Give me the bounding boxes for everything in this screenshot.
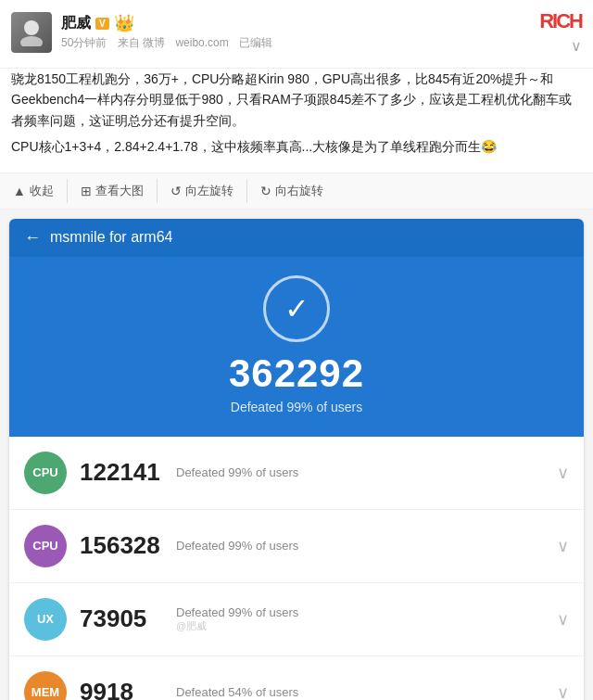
- svg-point-0: [24, 20, 39, 35]
- ux-desc: Defeated 99% of users: [176, 605, 557, 619]
- post-text-2: CPU核心1+3+4，2.84+2.4+1.78，这中核频率真高...大核像是为…: [11, 136, 582, 157]
- cpu1-score: 122141: [80, 458, 163, 487]
- rotate-right-icon: ↻: [260, 184, 271, 198]
- collapse-icon: ▲: [13, 184, 26, 198]
- rotate-right-button[interactable]: ↻ 向右旋转: [247, 179, 336, 203]
- ux-score: 73905: [80, 605, 163, 633]
- total-score: 362292: [229, 351, 364, 396]
- mem-chevron: ∨: [557, 682, 569, 700]
- antutu-card: ← msmnile for arm64 ✓ 362292 Defeated 99…: [9, 219, 584, 700]
- ux-chevron: ∨: [557, 609, 569, 630]
- rotate-left-label: 向左旋转: [185, 183, 233, 199]
- mem-icon: MEM: [24, 671, 67, 700]
- rich-text: RICH: [539, 9, 582, 32]
- antutu-title: msmnile for arm64: [50, 229, 172, 246]
- mem-desc: Defeated 54% of users: [176, 685, 557, 699]
- check-icon: ✓: [284, 291, 309, 326]
- avatar-image: [11, 12, 52, 53]
- cpu2-desc: Defeated 99% of users: [176, 539, 557, 553]
- post-header: 肥威 V 👑 50分钟前 来自 微博 weibo.com 已编辑 RICH ∨: [0, 0, 593, 69]
- cpu1-chevron: ∨: [557, 463, 569, 483]
- category-row-mem[interactable]: MEM 9918 Defeated 54% of users ∨: [9, 656, 584, 700]
- post-platform: weibo.com: [175, 36, 228, 49]
- view-icon: ⊞: [81, 184, 92, 198]
- cpu2-score: 156328: [80, 531, 163, 560]
- category-row-ux[interactable]: UX 73905 Defeated 99% of users @肥威 ∨: [9, 583, 584, 656]
- username[interactable]: 肥威: [61, 14, 91, 33]
- vip-badge: 👑: [114, 13, 134, 33]
- collapse-button[interactable]: ▲ 收起: [0, 179, 68, 203]
- cpu1-desc: Defeated 99% of users: [176, 465, 557, 479]
- score-section: ✓ 362292 Defeated 99% of users: [9, 257, 584, 437]
- image-toolbar: ▲ 收起 ⊞ 查看大图 ↺ 向左旋转 ↻ 向右旋转: [0, 172, 593, 210]
- category-row-cpu1[interactable]: CPU 122141 Defeated 99% of users ∨: [9, 437, 584, 510]
- rotate-right-label: 向右旋转: [275, 183, 323, 199]
- post-meta: 50分钟前 来自 微博 weibo.com 已编辑: [61, 35, 530, 51]
- ux-watermark: @肥威: [176, 619, 557, 633]
- post-text-1: 骁龙8150工程机跑分，36万+，CPU分略超Kirin 980，GPU高出很多…: [11, 69, 582, 131]
- view-large-button[interactable]: ⊞ 查看大图: [68, 179, 158, 203]
- post-time: 50分钟前: [61, 36, 107, 49]
- svg-point-1: [20, 36, 43, 46]
- rich-badge: RICH: [539, 9, 582, 33]
- chevron-down-icon[interactable]: ∨: [571, 37, 582, 55]
- post-status: 已编辑: [239, 36, 272, 49]
- cpu2-icon: CPU: [24, 525, 67, 567]
- v-badge: V: [95, 18, 109, 30]
- view-large-label: 查看大图: [95, 183, 144, 199]
- ux-icon: UX: [24, 598, 67, 641]
- back-button[interactable]: ←: [24, 228, 41, 248]
- username-row: 肥威 V 👑: [61, 13, 530, 33]
- top-right-area: RICH ∨: [539, 9, 582, 55]
- category-row-cpu2[interactable]: CPU 156328 Defeated 99% of users ∨: [9, 510, 584, 583]
- collapse-label: 收起: [30, 183, 54, 199]
- mem-score: 9918: [80, 678, 163, 700]
- antutu-header: ← msmnile for arm64: [9, 219, 584, 257]
- rotate-left-button[interactable]: ↺ 向左旋转: [158, 179, 247, 203]
- cpu1-icon: CPU: [24, 452, 67, 494]
- post-source: 来自 微博: [118, 36, 165, 49]
- cpu2-chevron: ∨: [557, 536, 569, 556]
- total-desc: Defeated 99% of users: [231, 400, 362, 414]
- user-row: 肥威 V 👑 50分钟前 来自 微博 weibo.com 已编辑 RICH ∨: [11, 9, 582, 55]
- avatar[interactable]: [11, 12, 52, 53]
- post-body: 骁龙8150工程机跑分，36万+，CPU分略超Kirin 980，GPU高出很多…: [0, 69, 593, 172]
- score-circle: ✓: [263, 275, 330, 342]
- rotate-left-icon: ↺: [170, 184, 182, 198]
- user-info: 肥威 V 👑 50分钟前 来自 微博 weibo.com 已编辑: [61, 13, 530, 51]
